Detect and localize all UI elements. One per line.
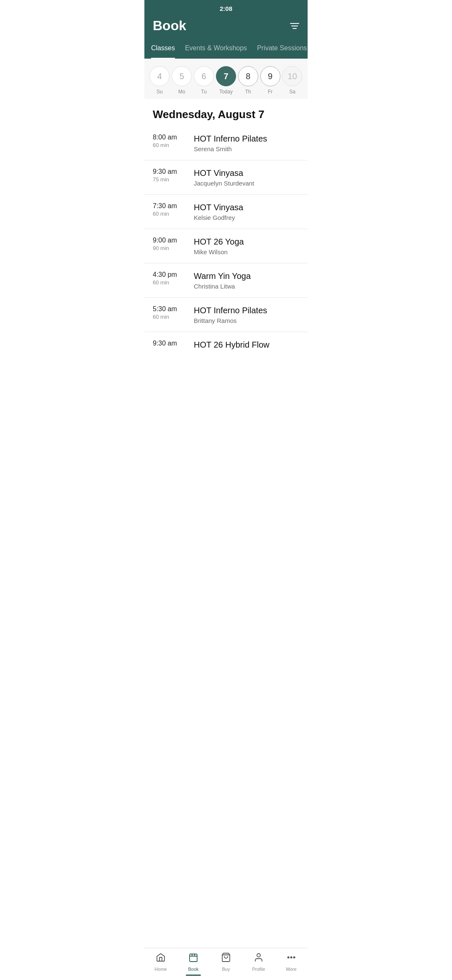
class-instructor: Kelsie Godfrey [194, 214, 299, 221]
class-item[interactable]: 9:30 am 75 min HOT Vinyasa Jacquelyn Stu… [144, 160, 308, 195]
class-instructor: Jacquelyn Sturdevant [194, 180, 299, 187]
date-heading-section: Wednesday, August 7 [144, 99, 308, 126]
class-name: HOT 26 Hybrid Flow [194, 340, 299, 350]
class-time: 9:00 am [153, 237, 190, 244]
class-time-block: 9:00 am 90 min [153, 237, 190, 251]
day-8[interactable]: 8 Th [238, 66, 258, 95]
filter-icon-line2 [291, 26, 298, 26]
day-9[interactable]: 9 Fr [260, 66, 280, 95]
class-duration: 60 min [153, 142, 190, 148]
class-instructor: Serena Smith [194, 145, 299, 152]
day-number-10: 10 [282, 66, 302, 86]
class-instructor: Mike Wilson [194, 248, 299, 255]
tab-bar: Classes Events & Workshops Private Sessi… [144, 40, 308, 59]
class-name: HOT Inferno Pilates [194, 305, 299, 315]
filter-icon-line1 [290, 23, 299, 24]
class-item[interactable]: 8:00 am 60 min HOT Inferno Pilates Seren… [144, 126, 308, 160]
class-item[interactable]: 9:30 am HOT 26 Hybrid Flow [144, 332, 308, 359]
class-info: HOT Vinyasa Kelsie Godfrey [190, 202, 299, 221]
day-7[interactable]: 7 Today [216, 66, 236, 95]
class-time: 5:30 am [153, 305, 190, 313]
class-name: HOT Inferno Pilates [194, 134, 299, 144]
class-item[interactable]: 9:00 am 90 min HOT 26 Yoga Mike Wilson [144, 229, 308, 263]
day-number-4: 4 [149, 66, 170, 86]
class-time: 7:30 am [153, 202, 190, 210]
page-title: Book [153, 18, 186, 34]
class-info: HOT Inferno Pilates Serena Smith [190, 134, 299, 152]
class-name: HOT 26 Yoga [194, 237, 299, 247]
class-name: HOT Vinyasa [194, 202, 299, 212]
filter-button[interactable] [290, 23, 299, 29]
tab-private-sessions[interactable]: Private Sessions [257, 40, 307, 59]
class-instructor: Christina Litwa [194, 283, 299, 290]
class-time-block: 9:30 am [153, 340, 190, 348]
class-time-block: 5:30 am 60 min [153, 305, 190, 320]
main-content: 4 Su 5 Mo 6 Tu 7 Today 8 Th 9 Fr 10 Sa W… [144, 59, 308, 392]
day-number-5: 5 [172, 66, 192, 86]
day-label-5: Mo [178, 89, 185, 95]
class-info: HOT 26 Hybrid Flow [190, 340, 299, 351]
day-label-9: Fr [268, 89, 272, 95]
day-label-8: Th [245, 89, 251, 95]
status-bar: 2:08 [144, 0, 308, 14]
day-label-4: Su [157, 89, 163, 95]
class-duration: 90 min [153, 245, 190, 251]
day-number-7: 7 [216, 66, 236, 86]
day-6[interactable]: 6 Tu [194, 66, 214, 95]
class-item[interactable]: 4:30 pm 60 min Warm Yin Yoga Christina L… [144, 263, 308, 298]
class-name: HOT Vinyasa [194, 168, 299, 178]
day-number-6: 6 [194, 66, 214, 86]
class-time: 9:30 am [153, 168, 190, 175]
class-duration: 60 min [153, 314, 190, 320]
class-duration: 60 min [153, 211, 190, 217]
class-time-block: 4:30 pm 60 min [153, 271, 190, 286]
class-info: HOT Inferno Pilates Brittany Ramos [190, 305, 299, 324]
class-item[interactable]: 5:30 am 60 min HOT Inferno Pilates Britt… [144, 298, 308, 332]
tab-events-workshops[interactable]: Events & Workshops [185, 40, 247, 59]
class-duration: 60 min [153, 279, 190, 286]
day-number-9: 9 [260, 66, 280, 86]
class-name: Warm Yin Yoga [194, 271, 299, 281]
calendar-strip: 4 Su 5 Mo 6 Tu 7 Today 8 Th 9 Fr 10 Sa [144, 59, 308, 99]
status-time: 2:08 [220, 5, 232, 12]
day-label-6: Tu [201, 89, 207, 95]
tab-classes[interactable]: Classes [151, 40, 175, 59]
class-info: HOT Vinyasa Jacquelyn Sturdevant [190, 168, 299, 187]
header: Book [144, 14, 308, 40]
class-duration: 75 min [153, 176, 190, 183]
class-item[interactable]: 7:30 am 60 min HOT Vinyasa Kelsie Godfre… [144, 195, 308, 229]
class-time: 8:00 am [153, 134, 190, 141]
day-label-7: Today [219, 89, 233, 95]
class-time: 9:30 am [153, 340, 190, 347]
class-time-block: 8:00 am 60 min [153, 134, 190, 148]
day-10[interactable]: 10 Sa [282, 66, 302, 95]
filter-icon-line3 [293, 28, 297, 29]
date-heading: Wednesday, August 7 [153, 108, 299, 121]
class-instructor: Brittany Ramos [194, 317, 299, 324]
class-time-block: 7:30 am 60 min [153, 202, 190, 217]
day-label-10: Sa [289, 89, 295, 95]
day-5[interactable]: 5 Mo [172, 66, 192, 95]
classes-list: 8:00 am 60 min HOT Inferno Pilates Seren… [144, 126, 308, 359]
class-info: HOT 26 Yoga Mike Wilson [190, 237, 299, 255]
day-number-8: 8 [238, 66, 258, 86]
class-time-block: 9:30 am 75 min [153, 168, 190, 183]
day-4[interactable]: 4 Su [149, 66, 170, 95]
class-time: 4:30 pm [153, 271, 190, 279]
class-info: Warm Yin Yoga Christina Litwa [190, 271, 299, 290]
